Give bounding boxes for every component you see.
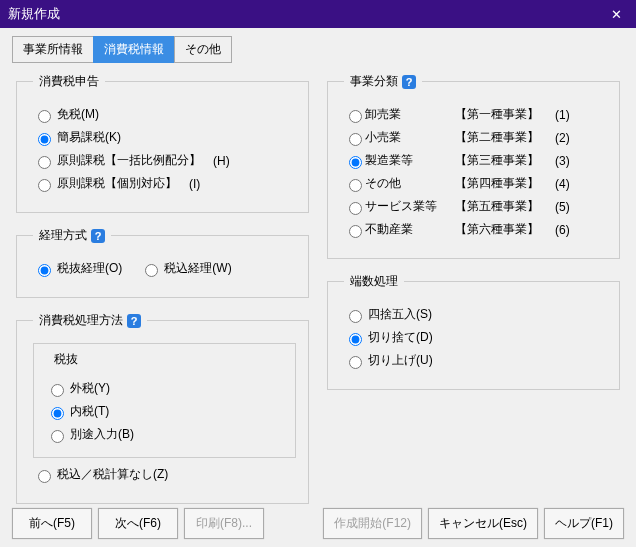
radio-zeinuki-keiri[interactable] bbox=[38, 264, 51, 277]
radio-jigyo-4[interactable] bbox=[349, 179, 362, 192]
help-button[interactable]: ヘルプ(F1) bbox=[544, 508, 624, 539]
label-zeinuki-keiri: 税抜経理(O) bbox=[57, 260, 122, 277]
label-kiriage: 切り上げ(U) bbox=[368, 352, 433, 369]
radio-kani[interactable] bbox=[38, 133, 51, 146]
prev-button[interactable]: 前へ(F5) bbox=[12, 508, 92, 539]
label-kani: 簡易課税(K) bbox=[57, 129, 121, 146]
legend-hasuu: 端数処理 bbox=[344, 273, 404, 290]
jigyo-name: 卸売業 bbox=[365, 106, 455, 123]
suffix-h: (H) bbox=[213, 154, 230, 168]
radio-menzei[interactable] bbox=[38, 110, 51, 123]
radio-uchizei[interactable] bbox=[51, 407, 64, 420]
cancel-button[interactable]: キャンセル(Esc) bbox=[428, 508, 538, 539]
start-button[interactable]: 作成開始(F12) bbox=[323, 508, 422, 539]
label-uchizei: 内税(T) bbox=[70, 403, 109, 420]
radio-zeikomi-none[interactable] bbox=[38, 470, 51, 483]
inner-title: 税抜 bbox=[50, 351, 82, 368]
label-zeikomi-keiri: 税込経理(W) bbox=[164, 260, 231, 277]
group-hasuu: 端数処理 四捨五入(S) 切り捨て(D) 切り上げ(U) bbox=[327, 273, 620, 390]
radio-gaizei[interactable] bbox=[51, 384, 64, 397]
jigyo-type: 【第四種事業】 bbox=[455, 175, 555, 192]
jigyo-name: 小売業 bbox=[365, 129, 455, 146]
radio-betto[interactable] bbox=[51, 430, 64, 443]
label-shisha: 四捨五入(S) bbox=[368, 306, 432, 323]
radio-gensoku-kobetsu[interactable] bbox=[38, 179, 51, 192]
jigyo-name: 不動産業 bbox=[365, 221, 455, 238]
inner-zeinuki: 税抜 外税(Y) 内税(T) 別途入力(B) bbox=[33, 343, 296, 458]
help-icon[interactable]: ? bbox=[127, 314, 141, 328]
jigyo-name: その他 bbox=[365, 175, 455, 192]
suffix-i: (I) bbox=[189, 177, 200, 191]
radio-jigyo-6[interactable] bbox=[349, 225, 362, 238]
jigyo-name: 製造業等 bbox=[365, 152, 455, 169]
jigyo-num: (4) bbox=[555, 177, 585, 191]
print-button[interactable]: 印刷(F8)... bbox=[184, 508, 264, 539]
label-kirisute: 切り捨て(D) bbox=[368, 329, 433, 346]
label-gensoku-ikkatsu: 原則課税【一括比例配分】 bbox=[57, 152, 201, 169]
legend-jigyo: 事業分類? bbox=[344, 73, 422, 90]
group-keiri: 経理方式? 税抜経理(O) 税込経理(W) bbox=[16, 227, 309, 298]
jigyo-name: サービス業等 bbox=[365, 198, 455, 215]
jigyo-type: 【第一種事業】 bbox=[455, 106, 555, 123]
label-zeikomi-none: 税込／税計算なし(Z) bbox=[57, 466, 168, 483]
help-icon[interactable]: ? bbox=[402, 75, 416, 89]
label-gensoku-kobetsu: 原則課税【個別対応】 bbox=[57, 175, 177, 192]
legend-shinkoku: 消費税申告 bbox=[33, 73, 105, 90]
window-title: 新規作成 bbox=[8, 5, 60, 23]
radio-jigyo-1[interactable] bbox=[349, 110, 362, 123]
radio-jigyo-5[interactable] bbox=[349, 202, 362, 215]
group-shori: 消費税処理方法? 税抜 外税(Y) 内税(T) 別途入力(B) 税込／税計算なし… bbox=[16, 312, 309, 504]
jigyo-type: 【第二種事業】 bbox=[455, 129, 555, 146]
legend-shori: 消費税処理方法? bbox=[33, 312, 147, 329]
label-betto: 別途入力(B) bbox=[70, 426, 134, 443]
jigyo-type: 【第三種事業】 bbox=[455, 152, 555, 169]
jigyo-num: (1) bbox=[555, 108, 585, 122]
group-shinkoku: 消費税申告 免税(M) 簡易課税(K) 原則課税【一括比例配分】(H) 原則課税… bbox=[16, 73, 309, 213]
jigyo-num: (6) bbox=[555, 223, 585, 237]
label-menzei: 免税(M) bbox=[57, 106, 99, 123]
tab-tax[interactable]: 消費税情報 bbox=[93, 36, 175, 63]
radio-kirisute[interactable] bbox=[349, 333, 362, 346]
close-icon[interactable]: ✕ bbox=[605, 7, 628, 22]
jigyo-num: (2) bbox=[555, 131, 585, 145]
label-gaizei: 外税(Y) bbox=[70, 380, 110, 397]
radio-kiriage[interactable] bbox=[349, 356, 362, 369]
jigyo-type: 【第五種事業】 bbox=[455, 198, 555, 215]
tabs: 事業所情報 消費税情報 その他 bbox=[12, 36, 628, 63]
help-icon[interactable]: ? bbox=[91, 229, 105, 243]
titlebar: 新規作成 ✕ bbox=[0, 0, 636, 28]
group-jigyo: 事業分類? 卸売業【第一種事業】(1) 小売業【第二種事業】(2) 製造業等【第… bbox=[327, 73, 620, 259]
radio-jigyo-3[interactable] bbox=[349, 156, 362, 169]
jigyo-num: (5) bbox=[555, 200, 585, 214]
jigyo-type: 【第六種事業】 bbox=[455, 221, 555, 238]
jigyo-num: (3) bbox=[555, 154, 585, 168]
radio-shisha[interactable] bbox=[349, 310, 362, 323]
footer: 前へ(F5) 次へ(F6) 印刷(F8)... 作成開始(F12) キャンセル(… bbox=[0, 508, 636, 539]
radio-zeikomi-keiri[interactable] bbox=[145, 264, 158, 277]
radio-jigyo-2[interactable] bbox=[349, 133, 362, 146]
next-button[interactable]: 次へ(F6) bbox=[98, 508, 178, 539]
tab-other[interactable]: その他 bbox=[174, 36, 232, 63]
legend-keiri: 経理方式? bbox=[33, 227, 111, 244]
radio-gensoku-ikkatsu[interactable] bbox=[38, 156, 51, 169]
tab-office[interactable]: 事業所情報 bbox=[12, 36, 94, 63]
